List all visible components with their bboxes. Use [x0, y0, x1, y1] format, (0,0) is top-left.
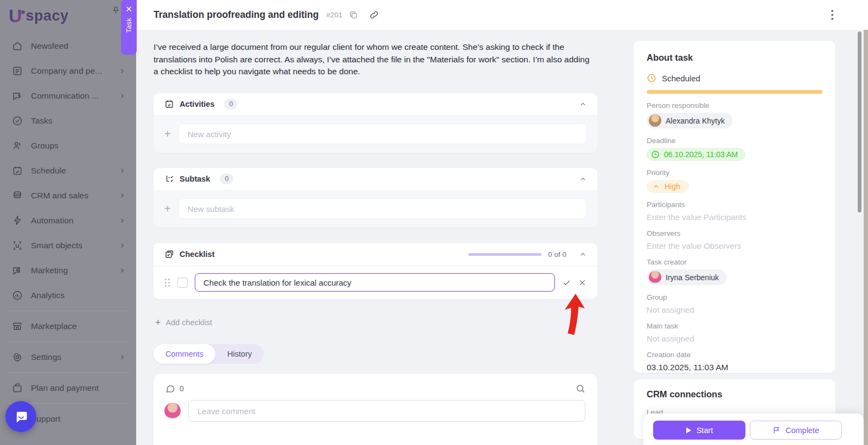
- about-task-panel: About task Scheduled Person responsible …: [634, 41, 835, 373]
- leave-comment-input[interactable]: [188, 400, 585, 422]
- task-creator-chip[interactable]: Iryna Serbeniuk: [647, 269, 726, 285]
- sidebar-item-marketing[interactable]: Marketing: [0, 258, 136, 283]
- new-activity-input[interactable]: [178, 124, 586, 144]
- plus-icon[interactable]: +: [164, 203, 171, 214]
- participants-placeholder[interactable]: Enter the value Participants: [647, 212, 822, 222]
- chevron-up-icon[interactable]: [579, 176, 586, 183]
- sidebar-item-label: Marketplace: [31, 321, 76, 331]
- chevron-right-icon: [119, 93, 125, 99]
- sidebar-item-company[interactable]: Company and pe...: [0, 59, 136, 83]
- task-status[interactable]: Scheduled: [647, 73, 822, 83]
- task-actions-bar: Start Complete: [643, 414, 864, 445]
- drag-handle-icon[interactable]: [164, 278, 170, 287]
- sidebar-item-crm[interactable]: CRM and sales: [0, 183, 136, 208]
- checklist-header[interactable]: Checklist 0 of 0: [154, 243, 597, 266]
- red-annotation-arrow: [562, 293, 586, 336]
- cancel-x-icon[interactable]: [578, 279, 586, 287]
- person-responsible-chip[interactable]: Alexandra Khytyk: [647, 113, 732, 128]
- sidebar-item-newsfeed[interactable]: Newsfeed: [0, 34, 136, 59]
- sidebar-item-label: Company and pe...: [31, 66, 102, 76]
- sidebar-item-analytics[interactable]: Analytics: [0, 283, 136, 308]
- sidebar-item-groups[interactable]: Groups: [0, 133, 136, 158]
- checklist-item-input[interactable]: [195, 273, 555, 292]
- sidebar-item-tasks[interactable]: Tasks: [0, 108, 136, 133]
- start-label: Start: [697, 426, 713, 435]
- scrollbar-track: [864, 30, 868, 445]
- tab-history[interactable]: History: [215, 344, 264, 364]
- priority-value: High: [665, 182, 680, 191]
- about-task-title: About task: [647, 53, 822, 63]
- sidebar-item-communication[interactable]: Communication ...: [0, 83, 136, 108]
- activities-icon: [164, 99, 174, 109]
- status-progress-bar: [647, 90, 822, 94]
- plus-icon[interactable]: +: [164, 128, 171, 139]
- checklist-item-checkbox[interactable]: [177, 278, 188, 288]
- status-label: Scheduled: [662, 74, 700, 83]
- complete-button[interactable]: Complete: [750, 421, 842, 440]
- task-tab-label: Task: [125, 18, 133, 33]
- sidebar-item-smart-objects[interactable]: Smart objects: [0, 233, 136, 258]
- checklist-section: Checklist 0 of 0: [154, 243, 597, 299]
- play-icon: [686, 427, 692, 434]
- task-description: I’ve received a large document from our …: [154, 41, 590, 78]
- flag-icon: [773, 426, 781, 434]
- search-icon[interactable]: [576, 384, 585, 394]
- sidebar-item-label: Settings: [31, 352, 61, 362]
- sidebar-item-label: Newsfeed: [31, 41, 68, 51]
- person-responsible-value: Alexandra Khytyk: [666, 117, 725, 125]
- deadline-value: 06.10.2025, 11:03 AM: [664, 150, 738, 159]
- sidebar-divider: [8, 372, 129, 373]
- link-icon[interactable]: [369, 10, 379, 20]
- groups-icon: [12, 140, 23, 151]
- more-options-icon[interactable]: [831, 10, 834, 20]
- subtask-header[interactable]: Subtask 0: [154, 168, 597, 190]
- support-chat-button[interactable]: [5, 401, 36, 432]
- sidebar-item-schedule[interactable]: Schedule: [0, 158, 136, 183]
- observers-placeholder[interactable]: Enter the value Observers: [647, 241, 822, 250]
- sidebar-item-automation[interactable]: Automation: [0, 208, 136, 233]
- tab-comments[interactable]: Comments: [154, 344, 215, 364]
- checklist-icon: [164, 249, 174, 259]
- main-task-value[interactable]: Not assigned: [647, 334, 822, 343]
- activities-header[interactable]: Activities 0: [154, 93, 597, 115]
- deadline-clock-icon: [651, 150, 660, 159]
- sidebar-item-label: Tasks: [31, 116, 53, 126]
- group-value[interactable]: Not assigned: [647, 305, 822, 314]
- chevron-up-icon[interactable]: [579, 251, 586, 258]
- task-header: Translation proofreading and editing #20…: [136, 0, 868, 30]
- subtask-title: Subtask: [180, 175, 210, 183]
- comment-compose: [154, 394, 597, 422]
- subtask-section: Subtask 0 +: [154, 168, 597, 228]
- sidebar-item-plan-payment[interactable]: Plan and payment: [0, 376, 136, 401]
- comments-count: 0: [180, 384, 184, 393]
- priority-chip[interactable]: High: [647, 180, 689, 193]
- creation-date-value: 03.10.2025, 11:03 AM: [647, 363, 822, 372]
- comments-panel: 0: [154, 374, 597, 445]
- deadline-chip[interactable]: 06.10.2025, 11:03 AM: [647, 148, 745, 161]
- subtask-count-badge: 0: [220, 173, 233, 184]
- crm-connections-title: CRM connections: [647, 389, 822, 399]
- copy-icon[interactable]: [349, 10, 358, 20]
- chevron-up-icon[interactable]: [579, 101, 586, 108]
- sidebar-item-marketplace[interactable]: Marketplace: [0, 314, 136, 339]
- comments-toolbar: 0: [154, 374, 597, 394]
- checklist-progress-bar: [468, 253, 541, 256]
- sidebar-item-label: Smart objects: [31, 241, 82, 250]
- task-side-tab[interactable]: ✕ Task: [121, 0, 137, 55]
- start-button[interactable]: Start: [653, 421, 745, 440]
- uspacy-logo[interactable]: U spacy: [9, 4, 69, 27]
- new-subtask-input[interactable]: [178, 198, 586, 219]
- chevron-right-icon: [119, 167, 125, 174]
- crm-icon: [12, 190, 23, 201]
- priority-high-icon: [653, 183, 660, 190]
- scrollbar-thumb[interactable]: [858, 31, 861, 212]
- sidebar-item-label: Plan and payment: [31, 383, 99, 393]
- confirm-check-icon[interactable]: [562, 278, 571, 287]
- close-icon[interactable]: ✕: [125, 5, 132, 13]
- add-checklist-button[interactable]: + Add checklist: [155, 318, 212, 327]
- smart-objects-icon: [12, 240, 23, 251]
- person-responsible-label: Person responsible: [647, 101, 822, 109]
- analytics-icon: [12, 290, 23, 301]
- pin-icon[interactable]: [111, 5, 121, 16]
- sidebar-item-settings[interactable]: Settings: [0, 345, 136, 370]
